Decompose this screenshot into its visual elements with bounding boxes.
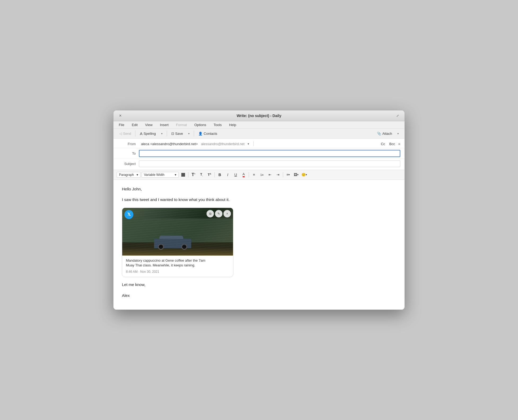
- bcc-button[interactable]: Bcc: [388, 141, 396, 146]
- color-square-icon: [181, 173, 185, 177]
- send-button[interactable]: ◁ Send: [117, 131, 133, 137]
- send-icon: ◁: [119, 132, 122, 136]
- outdent-button[interactable]: ⇤: [266, 171, 273, 178]
- expand-button[interactable]: ⤢: [395, 113, 400, 118]
- italic-icon: I: [227, 173, 228, 177]
- menu-tools[interactable]: Tools: [213, 122, 223, 127]
- format-toolbar: Paragraph ▾ Variable Width ▾ T+ T- TA B …: [113, 170, 405, 180]
- cc-bcc-row: Cc Bcc »: [258, 141, 400, 146]
- from-label: From: [118, 142, 139, 146]
- underline-button[interactable]: U: [232, 171, 239, 178]
- paragraph-style-dropdown[interactable]: Paragraph ▾: [117, 172, 141, 178]
- compose-window: × Write: (no subject) - Daily ⤢ File Edi…: [113, 110, 405, 310]
- bold-icon: B: [218, 173, 221, 177]
- indent-icon: ⇥: [276, 173, 279, 177]
- font-size-button[interactable]: TA: [206, 171, 213, 178]
- text-color-icon: A: [243, 172, 245, 177]
- body-greeting: Hello John,: [122, 186, 396, 192]
- compose-fields: From aleca <alessandro@thunderbird.net> …: [113, 139, 405, 170]
- titlebar-controls: ×: [118, 113, 123, 118]
- ordered-list-icon: 1≡: [260, 173, 264, 176]
- contacts-button[interactable]: 👤 Contacts: [196, 131, 219, 137]
- align-dropdown-button[interactable]: ≡▾: [285, 171, 292, 178]
- menu-options[interactable]: Options: [193, 122, 207, 127]
- close-button[interactable]: ×: [118, 113, 123, 118]
- menu-edit[interactable]: Edit: [131, 122, 139, 127]
- menu-insert[interactable]: Insert: [159, 122, 170, 127]
- tweet-action-buttons: ⧉ ✎ ×: [207, 210, 231, 217]
- fmt-sep-4: [283, 172, 283, 177]
- subject-row: Subject: [113, 159, 405, 169]
- edit-icon: ✎: [217, 211, 220, 216]
- color-button[interactable]: [180, 171, 187, 178]
- text-color-button[interactable]: A: [240, 171, 247, 178]
- more-fields-icon[interactable]: »: [398, 142, 400, 146]
- menu-format[interactable]: Format: [175, 122, 188, 127]
- to-row: To: [113, 148, 405, 159]
- toolbar-separator-3: [194, 131, 194, 136]
- menu-help[interactable]: Help: [228, 122, 237, 127]
- unordered-list-button[interactable]: ≡: [251, 171, 257, 178]
- menu-view[interactable]: View: [144, 122, 153, 127]
- from-value: aleca <alessandro@thunderbird.net>: [141, 142, 198, 146]
- ordered-list-button[interactable]: 1≡: [258, 171, 265, 178]
- to-label: To: [118, 151, 139, 155]
- from-row: From aleca <alessandro@thunderbird.net> …: [113, 140, 405, 148]
- spelling-button[interactable]: A Spelling: [138, 130, 158, 137]
- toolbar-separator-1: [135, 131, 135, 136]
- toolbar-separator-2: [167, 131, 167, 136]
- to-input[interactable]: [139, 150, 400, 157]
- attach-icon: 📎: [377, 132, 381, 136]
- copy-icon: ⧉: [209, 211, 212, 216]
- paragraph-chevron-icon: ▾: [137, 173, 138, 177]
- twitter-icon: 𝕏: [127, 211, 131, 218]
- unordered-list-icon: ≡: [253, 173, 255, 177]
- attach-dropdown-button[interactable]: ▾: [395, 131, 401, 136]
- tweet-close-button[interactable]: ×: [223, 210, 231, 217]
- compose-body[interactable]: Hello John, I saw this tweet and I wante…: [113, 180, 405, 310]
- indent-button[interactable]: ⇥: [274, 171, 281, 178]
- toolbar: ◁ Send A Spelling ▾ ⊡ Save ▾ 👤 Contacts …: [113, 129, 405, 139]
- fmt-sep-1: [188, 172, 188, 177]
- save-icon: ⊡: [171, 132, 174, 136]
- menubar: File Edit View Insert Format Options Too…: [113, 121, 405, 129]
- emoji-chevron-icon: ▾: [306, 173, 307, 176]
- attach-button[interactable]: 📎 Attach: [375, 131, 394, 137]
- tweet-text: Mandatory cappuccino at Gene coffee afte…: [126, 258, 229, 268]
- insert-image-dropdown-button[interactable]: 🖼▾: [293, 171, 300, 178]
- font-chevron-icon: ▾: [175, 173, 176, 177]
- save-button[interactable]: ⊡ Save: [169, 131, 185, 137]
- subject-input[interactable]: [139, 160, 400, 167]
- font-dropdown[interactable]: Variable Width ▾: [142, 172, 179, 178]
- close-icon: ×: [226, 211, 228, 216]
- from-alias: alessandro@thunderbird.net: [201, 142, 244, 146]
- spelling-dropdown-button[interactable]: ▾: [159, 131, 165, 136]
- underline-icon: U: [234, 173, 237, 177]
- increase-font-icon: T+: [192, 172, 195, 177]
- from-separator: [253, 141, 254, 146]
- decrease-font-button[interactable]: T-: [198, 171, 205, 178]
- save-dropdown-button[interactable]: ▾: [186, 131, 192, 136]
- menu-file[interactable]: File: [118, 122, 125, 127]
- from-dropdown-icon[interactable]: ▾: [248, 142, 249, 146]
- bold-button[interactable]: B: [216, 171, 223, 178]
- scene-reflection: [122, 248, 233, 256]
- attach-chevron-icon: ▾: [397, 132, 399, 135]
- align-chevron-icon: ▾: [288, 173, 290, 176]
- italic-button[interactable]: I: [224, 171, 231, 178]
- increase-font-button[interactable]: T+: [190, 171, 197, 178]
- emoji-dropdown-button[interactable]: 🙂▾: [301, 171, 308, 178]
- subject-label: Subject: [118, 162, 139, 166]
- contacts-icon: 👤: [198, 132, 203, 136]
- outdent-icon: ⇤: [269, 173, 271, 177]
- align-icon: ≡: [287, 173, 289, 177]
- cc-button[interactable]: Cc: [380, 141, 386, 146]
- body-signature: Alex: [122, 293, 396, 299]
- tweet-copy-button[interactable]: ⧉: [207, 210, 214, 217]
- decrease-font-icon: T-: [200, 173, 203, 177]
- tweet-timestamp: 8:46 AM · Nov 30, 2021: [126, 269, 229, 274]
- save-chevron-icon: ▾: [188, 132, 190, 135]
- tweet-edit-button[interactable]: ✎: [215, 210, 222, 217]
- tweet-image: 𝕏 ⧉ ✎ ×: [122, 208, 233, 256]
- twitter-badge: 𝕏: [124, 210, 133, 219]
